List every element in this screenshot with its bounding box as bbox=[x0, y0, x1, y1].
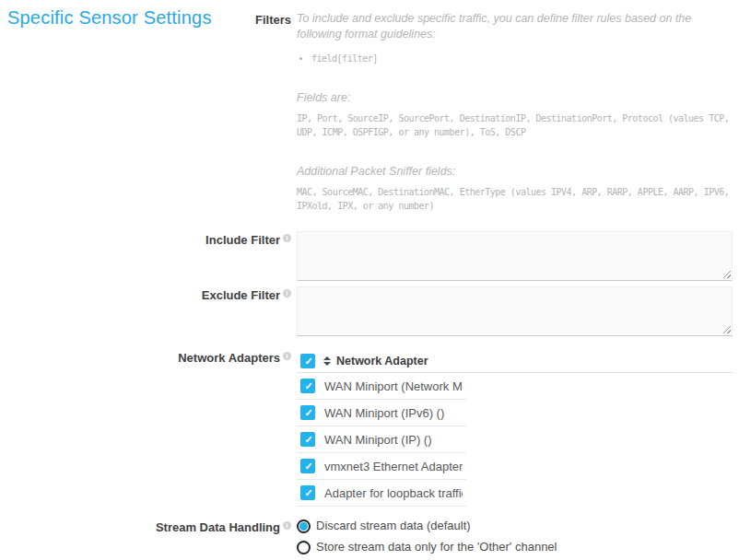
filters-help-intro: To include and exclude specific traffic,… bbox=[297, 11, 733, 42]
radio-button-icon[interactable] bbox=[297, 541, 311, 554]
include-filter-input[interactable] bbox=[297, 231, 733, 281]
radio-option-label: Discard stream data (default) bbox=[316, 519, 471, 533]
info-icon[interactable] bbox=[283, 352, 291, 360]
exclude-filter-field-wrap bbox=[297, 286, 733, 336]
sort-down-arrow-icon bbox=[323, 362, 331, 366]
adapter-table-row: vmxnet3 Ethernet Adapter (fe8… bbox=[297, 453, 466, 480]
network-adapter-table: Network Adapter WAN Miniport (Network Mo… bbox=[297, 349, 733, 507]
exclude-filter-label: Exclude Filter bbox=[202, 288, 280, 302]
stream-data-handling-label: Stream Data Handling bbox=[156, 520, 280, 534]
adapter-name: WAN Miniport (IP) () bbox=[324, 433, 432, 447]
adapter-table-row: WAN Miniport (IP) () bbox=[297, 426, 466, 453]
select-all-checkbox[interactable] bbox=[300, 354, 315, 368]
adapter-name: vmxnet3 Ethernet Adapter (fe8… bbox=[324, 460, 463, 473]
adapter-table-row: WAN Miniport (Network Monito… bbox=[297, 373, 466, 400]
page-title: Specific Sensor Settings bbox=[7, 7, 212, 29]
adapter-name: WAN Miniport (IPv6) () bbox=[324, 406, 444, 420]
adapter-table-row: Adapter for loopback traffic ca… bbox=[297, 480, 466, 507]
exclude-filter-input[interactable] bbox=[297, 286, 733, 336]
adapter-checkbox[interactable] bbox=[300, 405, 315, 420]
info-icon[interactable] bbox=[283, 521, 291, 530]
network-adapters-label-cell: Network Adapters bbox=[0, 349, 291, 366]
radio-option-label: Store stream data only for the 'Other' c… bbox=[316, 540, 557, 554]
filters-label: Filters bbox=[255, 13, 291, 27]
adapter-checkbox[interactable] bbox=[300, 459, 315, 473]
adapter-table-header: Network Adapter bbox=[297, 349, 733, 373]
sensor-settings-page: Specific Sensor Settings Filters To incl… bbox=[0, 0, 739, 560]
filters-row: Filters To include and exclude specific … bbox=[0, 11, 739, 213]
adapter-table-row: WAN Miniport (IPv6) () bbox=[297, 400, 466, 426]
radio-discard-stream-data[interactable]: Discard stream data (default) bbox=[297, 519, 733, 533]
filters-help-block: To include and exclude specific traffic,… bbox=[297, 11, 733, 213]
stream-data-handling-row: Stream Data Handling Discard stream data… bbox=[0, 519, 739, 560]
adapter-column-header[interactable]: Network Adapter bbox=[336, 355, 428, 368]
adapter-checkbox[interactable] bbox=[300, 432, 315, 447]
adapter-checkbox[interactable] bbox=[300, 379, 315, 393]
radio-button-icon[interactable] bbox=[297, 519, 311, 533]
include-filter-label: Include Filter bbox=[205, 233, 280, 247]
exclude-filter-label-cell: Exclude Filter bbox=[0, 286, 291, 303]
fields-are-label: Fields are: bbox=[297, 90, 733, 106]
settings-form: Filters To include and exclude specific … bbox=[0, 0, 739, 560]
fields-list: IP, Port, SourceIP, SourcePort, Destinat… bbox=[297, 111, 733, 139]
filter-format-list: field[filter] bbox=[311, 52, 733, 65]
sort-icon[interactable] bbox=[323, 356, 331, 366]
include-filter-field-wrap bbox=[297, 231, 733, 281]
adapter-checkbox[interactable] bbox=[300, 485, 315, 500]
additional-fields-label: Additional Packet Sniffer fields: bbox=[297, 164, 733, 180]
network-adapters-row: Network Adapters Network Adapter WAN Min… bbox=[0, 349, 739, 507]
info-icon[interactable] bbox=[283, 289, 291, 298]
filter-format-example: field[filter] bbox=[311, 52, 733, 65]
sort-up-arrow-icon bbox=[323, 356, 331, 360]
stream-data-handling-label-cell: Stream Data Handling bbox=[0, 519, 291, 535]
exclude-filter-row: Exclude Filter bbox=[0, 286, 739, 336]
info-icon[interactable] bbox=[283, 234, 291, 242]
radio-store-other-channel[interactable]: Store stream data only for the 'Other' c… bbox=[297, 540, 733, 554]
adapter-name: WAN Miniport (Network Monito… bbox=[324, 379, 463, 393]
network-adapters-label: Network Adapters bbox=[178, 351, 280, 365]
include-filter-row: Include Filter bbox=[0, 231, 739, 281]
adapter-name: Adapter for loopback traffic ca… bbox=[324, 486, 463, 500]
include-filter-label-cell: Include Filter bbox=[0, 231, 291, 248]
additional-fields-list: MAC, SourceMAC, DestinationMAC, EtherTyp… bbox=[297, 185, 733, 213]
